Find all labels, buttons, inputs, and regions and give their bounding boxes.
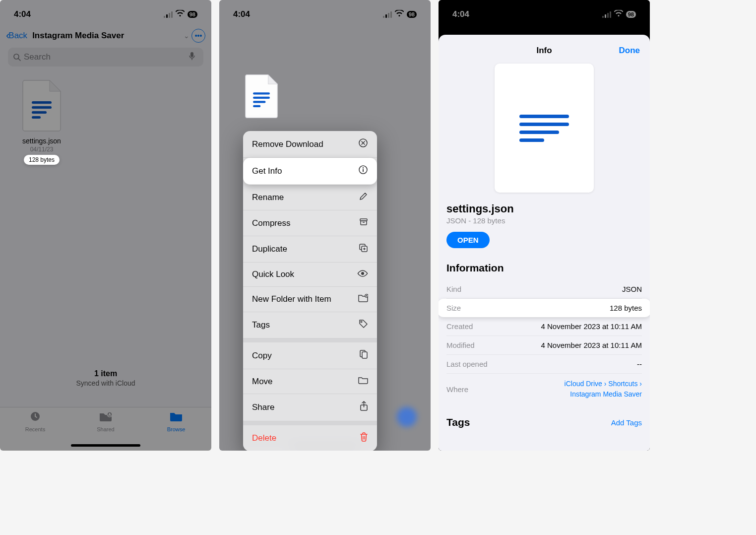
wifi-icon bbox=[614, 10, 623, 19]
folder-title: Instagram Media Saver bbox=[32, 31, 180, 41]
archive-icon bbox=[359, 217, 368, 229]
svg-line-5 bbox=[18, 59, 20, 61]
screen-context-menu: 4:04 98 Remove Download Get Info bbox=[219, 0, 431, 451]
chevron-down-icon[interactable]: ⌄ bbox=[184, 32, 189, 40]
info-icon bbox=[358, 165, 368, 177]
menu-rename[interactable]: Rename bbox=[243, 185, 377, 210]
info-row-created: Created 4 November 2023 at 10:11 AM bbox=[446, 317, 642, 336]
cellular-icon bbox=[164, 11, 173, 18]
svg-rect-16 bbox=[363, 169, 364, 172]
document-icon bbox=[243, 73, 280, 119]
search-input[interactable]: Search bbox=[8, 48, 203, 67]
wifi-icon bbox=[395, 10, 404, 19]
clock-icon bbox=[0, 410, 70, 425]
folder-icon bbox=[358, 376, 368, 387]
document-icon bbox=[519, 110, 569, 146]
done-button[interactable]: Done bbox=[619, 46, 640, 56]
svg-point-15 bbox=[363, 167, 364, 168]
screen-files-browse: 4:04 98 ‹ Back Instagram Media Saver ⌄ •… bbox=[0, 0, 211, 451]
clock: 4:04 bbox=[452, 9, 469, 19]
menu-remove-download[interactable]: Remove Download bbox=[243, 131, 377, 158]
new-folder-icon bbox=[358, 294, 368, 305]
file-subtitle: JSON - 128 bytes bbox=[446, 216, 642, 225]
section-information: Information bbox=[446, 262, 642, 274]
menu-copy[interactable]: Copy bbox=[243, 342, 377, 369]
copy-icon bbox=[359, 349, 368, 362]
status-bar: 4:04 98 bbox=[0, 0, 211, 25]
menu-share[interactable]: Share bbox=[243, 394, 377, 421]
menu-new-folder[interactable]: New Folder with Item bbox=[243, 287, 377, 312]
battery-icon: 98 bbox=[626, 11, 636, 18]
svg-rect-18 bbox=[361, 221, 367, 225]
menu-duplicate[interactable]: Duplicate bbox=[243, 236, 377, 263]
info-row-size: Size 128 bytes bbox=[439, 299, 650, 317]
trash-icon bbox=[360, 432, 368, 444]
tag-icon bbox=[359, 319, 368, 331]
tab-browse[interactable]: Browse bbox=[141, 410, 211, 451]
footer-summary: 1 item Synced with iCloud bbox=[0, 369, 211, 387]
duplicate-icon bbox=[359, 243, 368, 255]
touch-indicator bbox=[397, 407, 417, 427]
battery-icon: 98 bbox=[407, 11, 417, 18]
shared-folder-icon bbox=[70, 410, 141, 425]
menu-compress[interactable]: Compress bbox=[243, 210, 377, 236]
eye-icon bbox=[357, 269, 368, 279]
pencil-icon bbox=[359, 192, 368, 203]
status-bar: 4:04 98 bbox=[219, 0, 431, 25]
section-tags: Tags bbox=[446, 416, 470, 428]
sheet-title: Info bbox=[536, 46, 552, 56]
info-row-last-opened: Last opened -- bbox=[446, 355, 642, 374]
where-path[interactable]: iCloud DriveShortcutsInstagram Media Sav… bbox=[565, 379, 642, 400]
status-bar: 4:04 98 bbox=[439, 0, 650, 25]
add-tags-button[interactable]: Add Tags bbox=[611, 418, 642, 427]
document-icon bbox=[19, 78, 64, 133]
more-button[interactable]: ••• bbox=[191, 29, 205, 43]
menu-tags[interactable]: Tags bbox=[243, 312, 377, 338]
menu-get-info[interactable]: Get Info bbox=[243, 158, 377, 185]
file-name: settings.json bbox=[12, 137, 71, 145]
cellular-icon bbox=[602, 11, 611, 18]
nav-bar: ‹ Back Instagram Media Saver ⌄ ••• bbox=[0, 25, 211, 47]
file-size-badge: 128 bytes bbox=[24, 155, 60, 165]
file-preview bbox=[495, 64, 594, 193]
screen-info-sheet: 4:04 98 Info Done settings.json J bbox=[439, 0, 650, 451]
ellipsis-icon: ••• bbox=[195, 32, 202, 40]
item-count: 1 item bbox=[0, 369, 211, 378]
sync-status: Synced with iCloud bbox=[0, 379, 211, 387]
search-icon bbox=[13, 53, 21, 61]
info-row-where[interactable]: Where iCloud DriveShortcutsInstagram Med… bbox=[446, 374, 642, 404]
svg-point-24 bbox=[361, 272, 364, 275]
open-button[interactable]: OPEN bbox=[446, 232, 490, 248]
clock: 4:04 bbox=[233, 9, 250, 19]
info-row-modified: Modified 4 November 2023 at 10:11 AM bbox=[446, 336, 642, 355]
back-button[interactable]: ‹ Back bbox=[6, 29, 27, 42]
svg-rect-6 bbox=[190, 52, 193, 57]
mic-icon[interactable] bbox=[189, 52, 198, 63]
file-name: settings.json bbox=[446, 202, 642, 215]
share-icon bbox=[360, 401, 368, 414]
back-label: Back bbox=[8, 31, 27, 41]
menu-move[interactable]: Move bbox=[243, 369, 377, 394]
file-date: 04/11/23 bbox=[12, 146, 71, 153]
info-row-kind: Kind JSON bbox=[446, 280, 642, 299]
home-indicator[interactable] bbox=[71, 444, 140, 447]
menu-quick-look[interactable]: Quick Look bbox=[243, 263, 377, 287]
tab-recents[interactable]: Recents bbox=[0, 410, 70, 451]
search-placeholder: Search bbox=[24, 52, 51, 62]
context-menu: Remove Download Get Info Rename Compress bbox=[243, 131, 377, 451]
wifi-icon bbox=[176, 10, 185, 19]
clock: 4:04 bbox=[14, 9, 31, 19]
battery-icon: 98 bbox=[188, 11, 197, 18]
cellular-icon bbox=[383, 11, 392, 18]
svg-rect-30 bbox=[362, 352, 367, 358]
svg-point-28 bbox=[361, 321, 362, 323]
file-item[interactable]: settings.json 04/11/23 128 bytes bbox=[12, 78, 71, 165]
folder-icon bbox=[141, 410, 211, 425]
menu-delete[interactable]: Delete bbox=[243, 425, 377, 451]
remove-download-icon bbox=[358, 138, 368, 150]
